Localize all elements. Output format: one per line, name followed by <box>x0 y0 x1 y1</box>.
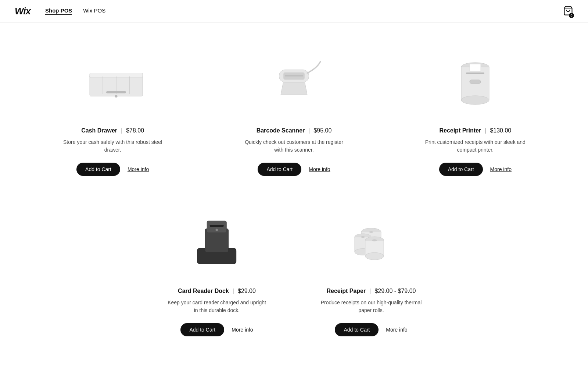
svg-rect-17 <box>470 64 481 71</box>
svg-point-32 <box>372 239 377 241</box>
product-actions-barcode-scanner: Add to Cart More info <box>258 163 330 176</box>
product-card-receipt-paper: Receipt Paper | $29.00 - $79.00 Produce … <box>301 198 441 336</box>
more-info-cash-drawer[interactable]: More info <box>128 166 149 172</box>
product-actions-receipt-paper: Add to Cart More info <box>335 323 407 336</box>
product-price-cash-drawer: $78.00 <box>126 127 144 134</box>
product-grid-row1: Cash Drawer | $78.00 Store your cash saf… <box>29 38 559 176</box>
add-to-cart-card-reader-dock[interactable]: Add to Cart <box>180 323 224 336</box>
product-card-receipt-printer: Receipt Printer | $130.00 Print customiz… <box>392 38 559 176</box>
svg-point-7 <box>115 95 117 98</box>
product-title-row-receipt-printer: Receipt Printer | $130.00 <box>439 127 511 134</box>
site-logo: Wix <box>15 6 31 17</box>
add-to-cart-receipt-paper[interactable]: Add to Cart <box>335 323 379 336</box>
product-card-barcode-scanner: Barcode Scanner | $95.00 Quickly check o… <box>211 38 377 176</box>
svg-rect-21 <box>210 225 224 227</box>
cart-badge: 0 <box>569 13 574 18</box>
product-name-card-reader-dock: Card Reader Dock <box>178 288 229 294</box>
product-name-receipt-paper: Receipt Paper <box>327 288 366 294</box>
product-price-receipt-paper: $29.00 - $79.00 <box>374 288 416 294</box>
product-title-row-barcode-scanner: Barcode Scanner | $95.00 <box>257 127 332 134</box>
svg-point-31 <box>365 252 384 260</box>
svg-point-14 <box>461 96 489 105</box>
product-price-receipt-printer: $130.00 <box>490 127 511 134</box>
nav-shop-pos[interactable]: Shop POS <box>45 7 72 15</box>
cart-button[interactable]: 0 <box>563 6 573 17</box>
svg-point-22 <box>216 229 218 231</box>
svg-rect-11 <box>285 75 303 77</box>
product-name-cash-drawer: Cash Drawer <box>81 127 117 134</box>
add-to-cart-cash-drawer[interactable]: Add to Cart <box>76 163 120 176</box>
product-title-row-cash-drawer: Cash Drawer | $78.00 <box>81 127 144 134</box>
product-actions-card-reader-dock: Add to Cart More info <box>180 323 253 336</box>
product-desc-receipt-printer: Print customized receipts with our sleek… <box>424 138 527 154</box>
product-title-row-receipt-paper: Receipt Paper | $29.00 - $79.00 <box>327 288 416 294</box>
product-actions-cash-drawer: Add to Cart More info <box>76 163 149 176</box>
product-title-row-card-reader-dock: Card Reader Dock | $29.00 <box>178 288 256 294</box>
product-name-receipt-printer: Receipt Printer <box>439 127 481 134</box>
product-price-card-reader-dock: $29.00 <box>238 288 256 294</box>
product-grid-row2: Card Reader Dock | $29.00 Keep your card… <box>147 198 441 336</box>
product-price-barcode-scanner: $95.00 <box>313 127 331 134</box>
product-desc-barcode-scanner: Quickly check out customers at the regis… <box>243 138 345 154</box>
product-image-receipt-printer <box>392 38 559 118</box>
nav-wix-pos[interactable]: Wix POS <box>83 7 105 15</box>
product-actions-receipt-printer: Add to Cart More info <box>439 163 512 176</box>
product-image-cash-drawer <box>29 38 196 118</box>
product-image-receipt-paper <box>301 198 441 279</box>
product-card-cash-drawer: Cash Drawer | $78.00 Store your cash saf… <box>29 38 196 176</box>
product-name-barcode-scanner: Barcode Scanner <box>257 127 305 134</box>
add-to-cart-barcode-scanner[interactable]: Add to Cart <box>258 163 301 176</box>
more-info-receipt-printer[interactable]: More info <box>490 166 512 172</box>
svg-point-33 <box>361 236 365 238</box>
svg-point-34 <box>369 231 373 233</box>
product-desc-receipt-paper: Produce receipts on our high-quality the… <box>320 299 423 314</box>
product-card-card-reader-dock: Card Reader Dock | $29.00 Keep your card… <box>147 198 287 336</box>
more-info-barcode-scanner[interactable]: More info <box>309 166 330 172</box>
add-to-cart-receipt-printer[interactable]: Add to Cart <box>439 163 483 176</box>
more-info-receipt-paper[interactable]: More info <box>386 327 407 333</box>
svg-rect-15 <box>470 80 481 84</box>
product-desc-cash-drawer: Store your cash safely with this robust … <box>61 138 164 154</box>
svg-rect-16 <box>466 72 484 74</box>
product-image-card-reader-dock <box>147 198 287 279</box>
more-info-card-reader-dock[interactable]: More info <box>232 327 253 333</box>
product-desc-card-reader-dock: Keep your card reader charged and uprigh… <box>165 299 268 314</box>
product-image-barcode-scanner <box>211 38 377 118</box>
